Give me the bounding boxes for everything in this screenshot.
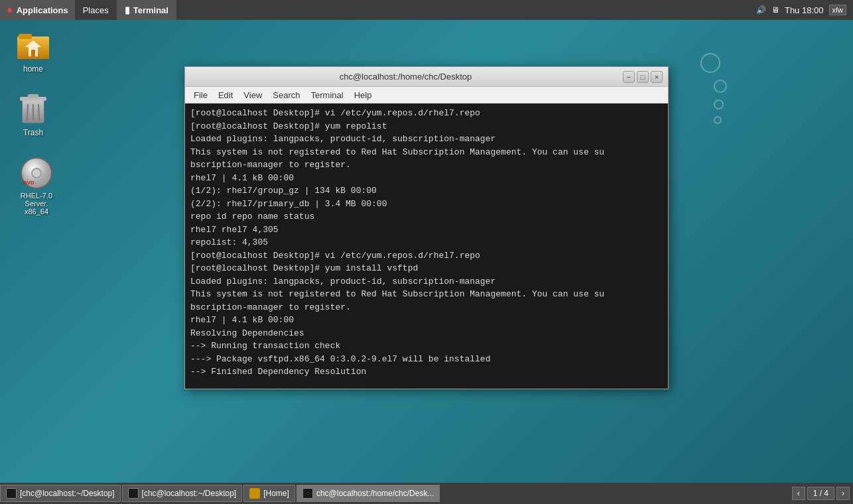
trash-label: Trash bbox=[23, 128, 43, 137]
xfw-icon[interactable]: xfw bbox=[829, 5, 847, 15]
terminal-line-20: ---> Package vsftpd.x86_64 0:3.0.2-9.el7… bbox=[190, 353, 663, 366]
terminal-line-12: [root@localhost Desktop]# vi /etc/yum.re… bbox=[190, 249, 663, 263]
terminal-line-3: Loaded plugins: langpacks, product-id, s… bbox=[190, 133, 663, 146]
deco-circle-1 bbox=[700, 53, 720, 73]
taskbar-btn-home[interactable]: [Home] bbox=[243, 485, 295, 502]
taskbar-btn-term3[interactable]: chc@localhost:/home/chc/Desk... bbox=[296, 485, 440, 502]
trash-icon[interactable]: Trash bbox=[7, 90, 60, 141]
terminal-line-9: repo id repo name status bbox=[190, 210, 663, 223]
dvd-disc: DVD bbox=[21, 157, 52, 189]
dvd-icon-img: DVD bbox=[21, 157, 52, 189]
home-icon[interactable]: home bbox=[7, 27, 60, 77]
xfw-label: xfw bbox=[832, 6, 844, 14]
menu-file[interactable]: File bbox=[188, 88, 213, 102]
terminal-line-19: --> Running transaction check bbox=[190, 340, 663, 353]
menu-view[interactable]: View bbox=[238, 88, 267, 102]
terminal-line-4: This system is not registered to Red Hat… bbox=[190, 146, 663, 159]
taskbar-btn-term3-label: chc@localhost:/home/chc/Desk... bbox=[316, 489, 434, 498]
applications-label: Applications bbox=[17, 5, 68, 15]
terminal-line-10: rhel7 rhel7 4,305 bbox=[190, 223, 663, 237]
desktop-icons: home bbox=[7, 27, 66, 219]
maximize-button[interactable]: □ bbox=[637, 71, 649, 83]
svg-line-12 bbox=[38, 104, 39, 120]
terminal-line-21: --> Finished Dependency Resolution bbox=[190, 365, 663, 379]
dvd-icon[interactable]: DVD RHEL-7.0 Server. x86_64 bbox=[7, 154, 66, 219]
terminal-titlebar: chc@localhost:/home/chc/Desktop − □ × bbox=[185, 67, 668, 87]
home-folder-svg bbox=[17, 30, 49, 62]
taskbar-btn-term2-label: [chc@localhost:~/Desktop] bbox=[142, 489, 237, 498]
terminal-icon-top: ▮ bbox=[125, 5, 130, 15]
active-app-label: Terminal bbox=[133, 5, 168, 15]
pager-label: 1 / 4 bbox=[807, 487, 834, 500]
terminal-line-7: (1/2): rhel7/group_gz | 134 kB 00:00 bbox=[190, 184, 663, 198]
taskbar-btn-home-label: [Home] bbox=[263, 489, 289, 498]
applications-icon: ● bbox=[7, 4, 13, 16]
terminal-icon-3 bbox=[302, 488, 313, 499]
system-tray: 🔊 🖥 Thu 18:00 xfw bbox=[756, 5, 853, 15]
terminal-line-2: [root@localhost Desktop]# yum repolist bbox=[190, 120, 663, 133]
terminal-line-18: Resolving Dependencies bbox=[190, 327, 663, 340]
terminal-line-11: repolist: 4,305 bbox=[190, 236, 663, 249]
deco-circle-2 bbox=[714, 80, 727, 93]
menu-terminal[interactable]: Terminal bbox=[306, 88, 349, 102]
places-menu[interactable]: Places bbox=[75, 0, 117, 20]
terminal-line-16: bscription-manager to register. bbox=[190, 301, 663, 314]
active-app[interactable]: ▮ Terminal bbox=[117, 0, 176, 20]
deco-circle-3 bbox=[714, 99, 724, 109]
terminal-line-8: (2/2): rhel7/primary_db | 3.4 MB 00:00 bbox=[190, 198, 663, 211]
svg-rect-9 bbox=[28, 94, 38, 98]
terminal-line-1: [root@localhost Desktop]# vi /etc/yum.re… bbox=[190, 107, 663, 120]
taskbar-pager: ‹ 1 / 4 › bbox=[792, 487, 853, 500]
svg-rect-5 bbox=[31, 50, 35, 56]
pager-prev[interactable]: ‹ bbox=[792, 487, 805, 500]
home-icon-img bbox=[17, 30, 49, 62]
terminal-line-6: rhel7 | 4.1 kB 00:00 bbox=[190, 172, 663, 185]
pager-next[interactable]: › bbox=[836, 487, 850, 500]
terminal-line-22 bbox=[190, 379, 663, 389]
terminal-content[interactable]: [root@localhost Desktop]# vi /etc/yum.re… bbox=[185, 103, 668, 389]
home-label: home bbox=[23, 64, 43, 74]
terminal-line-15: This system is not registered to Red Hat… bbox=[190, 288, 663, 301]
volume-icon[interactable]: 🔊 bbox=[756, 5, 766, 15]
svg-line-10 bbox=[27, 104, 28, 120]
applications-menu[interactable]: ● Applications bbox=[0, 0, 75, 20]
terminal-line-14: Loaded plugins: langpacks, product-id, s… bbox=[190, 275, 663, 288]
svg-rect-2 bbox=[19, 34, 32, 39]
taskbar-btn-term2[interactable]: [chc@localhost:~/Desktop] bbox=[122, 485, 243, 502]
terminal-icon-2 bbox=[128, 488, 139, 499]
deco-circle-4 bbox=[714, 116, 722, 124]
dvd-label-line1: RHEL-7.0 Server. bbox=[10, 192, 63, 208]
terminal-line-13: [root@localhost Desktop]# yum install vs… bbox=[190, 262, 663, 275]
dvd-label-line2: x86_64 bbox=[25, 208, 48, 216]
trash-svg bbox=[19, 94, 48, 125]
time-display: Thu 18:00 bbox=[785, 5, 824, 15]
minimize-button[interactable]: − bbox=[623, 71, 635, 83]
menu-help[interactable]: Help bbox=[349, 88, 377, 102]
taskbar-bottom: [chc@localhost:~/Desktop] [chc@localhost… bbox=[0, 483, 853, 504]
terminal-line-5: bscription-manager to register. bbox=[190, 158, 663, 172]
close-button[interactable]: × bbox=[651, 71, 663, 83]
terminal-title: chc@localhost:/home/chc/Desktop bbox=[190, 72, 621, 82]
taskbar-btn-term1-label: [chc@localhost:~/Desktop] bbox=[20, 489, 115, 498]
trash-icon-img bbox=[17, 94, 49, 125]
dvd-label-svg: DVD bbox=[23, 180, 34, 186]
home-icon-taskbar bbox=[249, 488, 260, 499]
taskbar-top: ● Applications Places ▮ Terminal 🔊 🖥 Thu… bbox=[0, 0, 853, 20]
taskbar-btn-term1[interactable]: [chc@localhost:~/Desktop] bbox=[0, 485, 121, 502]
desktop: ● Applications Places ▮ Terminal 🔊 🖥 Thu… bbox=[0, 0, 853, 504]
terminal-icon-1 bbox=[6, 488, 17, 499]
places-label: Places bbox=[83, 5, 109, 15]
display-icon[interactable]: 🖥 bbox=[771, 5, 779, 15]
menu-search[interactable]: Search bbox=[267, 88, 305, 102]
terminal-menubar: File Edit View Search Terminal Help bbox=[185, 87, 668, 103]
terminal-line-17: rhel7 | 4.1 kB 00:00 bbox=[190, 314, 663, 327]
menu-edit[interactable]: Edit bbox=[213, 88, 238, 102]
terminal-window: chc@localhost:/home/chc/Desktop − □ × Fi… bbox=[184, 66, 669, 389]
